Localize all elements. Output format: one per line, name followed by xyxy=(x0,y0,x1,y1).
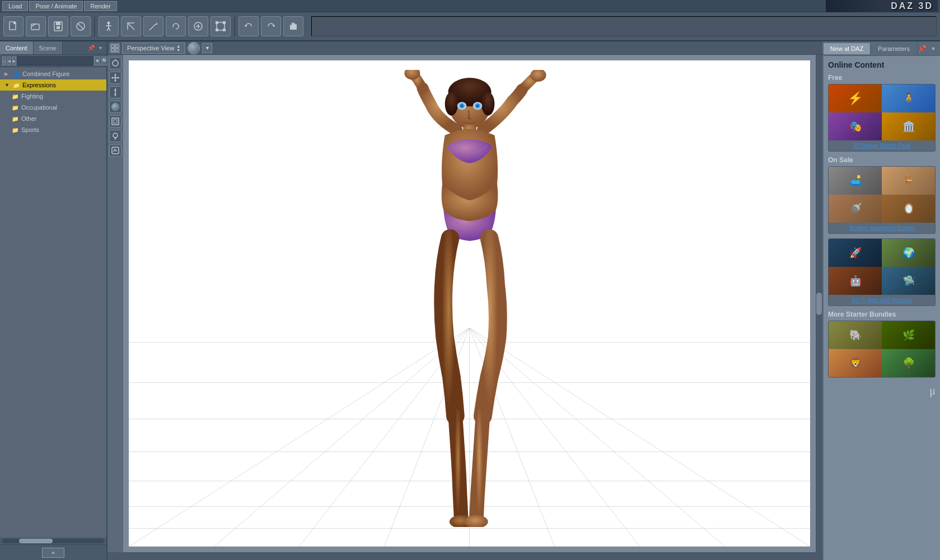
svg-rect-42 xyxy=(112,118,119,125)
svg-rect-3 xyxy=(56,22,60,25)
hand-button[interactable] xyxy=(283,16,303,36)
transform-button[interactable] xyxy=(211,16,231,36)
viewport-scrollbar[interactable] xyxy=(816,55,822,552)
viewport-grid-button[interactable] xyxy=(110,43,120,53)
svg-rect-26 xyxy=(290,27,297,30)
rotate-button[interactable] xyxy=(166,16,186,36)
tree-item-other[interactable]: 📁 Other xyxy=(0,113,106,124)
svg-rect-21 xyxy=(223,29,226,31)
svg-line-11 xyxy=(109,28,110,31)
draw-button[interactable] xyxy=(143,16,163,36)
arrow-button[interactable] xyxy=(121,16,141,36)
card-scifi-title[interactable]: Sci Fi Sets and Vehicles xyxy=(829,295,935,305)
tree-label-other: Other xyxy=(21,115,37,122)
tab-new-at-daz[interactable]: New at DAZ xyxy=(824,43,871,54)
menu-bar: Load Pose / Animate Render DAZ 3D xyxy=(0,0,940,12)
card-thumb-2: 🧍 xyxy=(882,84,935,112)
right-panel: New at DAZ Parameters 📌 ▾ Online Content… xyxy=(822,41,940,560)
tree-icon-sports: 📁 xyxy=(11,126,19,134)
tab-parameters[interactable]: Parameters xyxy=(871,43,918,54)
tree-item-fighting[interactable]: 📁 Fighting xyxy=(0,91,106,102)
content-tree: ▶ 👤 Combined Figure ▼ 📁 Expressions 📁 Fi… xyxy=(0,67,106,538)
tree-label-sports: Sports xyxy=(21,126,39,133)
svg-rect-18 xyxy=(216,21,218,24)
tree-label-occupational: Occupational xyxy=(21,104,57,111)
vp-tool-rotate[interactable] xyxy=(109,57,121,69)
tree-item-occupational[interactable]: 📁 Occupational xyxy=(0,102,106,113)
main-area: Content Scene 📌 ▾ ⌂ ◂ ▸ ▼ 🔍 ▶ 👤 Combined… xyxy=(0,41,940,560)
menu-pose-animate[interactable]: Pose / Animate xyxy=(29,1,83,11)
undo-button[interactable] xyxy=(238,16,259,36)
vp-tool-sphere-display[interactable] xyxy=(109,101,121,113)
figure-button[interactable] xyxy=(99,16,119,36)
panel-search-input[interactable] xyxy=(17,57,93,65)
viewport-area: Perspective View ▲ ▼ ▾ xyxy=(107,41,822,560)
card-bundle-thumb-1: 🐘 xyxy=(829,321,882,349)
svg-marker-36 xyxy=(114,80,116,82)
tree-arrow-expressions: ▼ xyxy=(4,82,10,88)
card-bridge-title[interactable]: 3D Bridge Starter Pack xyxy=(829,140,935,151)
vp-tool-frame[interactable] xyxy=(109,115,121,128)
viewport-sphere-button[interactable] xyxy=(188,42,200,54)
panel-scrollbar[interactable] xyxy=(2,539,104,543)
vp-tool-zoom[interactable] xyxy=(109,86,121,98)
tab-content[interactable]: Content xyxy=(0,41,34,54)
tab-scene[interactable]: Scene xyxy=(34,41,63,54)
tree-icon-occupational: 📁 xyxy=(11,103,19,111)
card-sci-fi[interactable]: 🚀 🌍 🤖 🛸 Sci Fi Sets and Vehicles xyxy=(828,238,936,306)
card-bridge-starter[interactable]: ⚡ 🧍 🎭 🏛️ 3D Bridge Starter Pack xyxy=(828,84,936,152)
svg-marker-38 xyxy=(118,77,119,79)
card-apartment-title[interactable]: Modern Apartment Bundle xyxy=(829,223,935,233)
new-button[interactable] xyxy=(3,16,24,36)
tree-item-sports[interactable]: 📁 Sports xyxy=(0,124,106,135)
3d-canvas[interactable] xyxy=(123,55,816,552)
menu-render[interactable]: Render xyxy=(84,1,116,11)
toolbar-sep-1 xyxy=(94,16,95,36)
vp-tool-lights[interactable] xyxy=(109,130,121,142)
tree-item-combined-figure[interactable]: ▶ 👤 Combined Figure xyxy=(0,68,106,79)
tree-icon-other: 📁 xyxy=(11,115,19,123)
main-toolbar xyxy=(0,12,940,41)
viewport-left-tools xyxy=(107,55,123,552)
add-toolbar-button[interactable] xyxy=(188,16,208,36)
svg-line-6 xyxy=(78,23,83,29)
card-scifi-thumb-3: 🤖 xyxy=(829,267,882,295)
card-modern-apartment[interactable]: 🛋️ 🪑 🚿 🪞 Modern Apartment Bundle xyxy=(828,166,936,234)
vp-tool-render[interactable] xyxy=(109,144,121,157)
panel-tool-forward[interactable]: ▸ xyxy=(12,57,16,65)
svg-rect-28 xyxy=(115,45,118,48)
viewport-tab-arrows: ▲ ▼ xyxy=(176,44,180,52)
card-apt-thumb-3: 🚿 xyxy=(829,195,882,223)
panel-tool-home[interactable]: ⌂ xyxy=(2,57,6,65)
no-button[interactable] xyxy=(71,16,91,36)
tab-pin-icon[interactable]: 📌 xyxy=(87,44,95,52)
panel-tool-filter[interactable]: ▼ xyxy=(94,57,100,65)
panel-add-button[interactable]: + xyxy=(42,548,64,558)
panel-tab-icons: 📌 ▾ xyxy=(87,41,106,54)
viewport-nav-button[interactable]: ▾ xyxy=(202,43,212,53)
svg-point-44 xyxy=(113,133,118,138)
tab-menu-icon[interactable]: ▾ xyxy=(96,44,104,52)
open-button[interactable] xyxy=(26,16,46,36)
menu-load[interactable]: Load xyxy=(2,1,28,11)
tree-item-expressions[interactable]: ▼ 📁 Expressions xyxy=(0,79,106,91)
viewport-scroll-thumb[interactable] xyxy=(816,293,822,315)
3d-figure-svg xyxy=(383,70,556,527)
tree-label-combined: Combined Figure xyxy=(22,70,69,77)
svg-point-79 xyxy=(476,105,479,107)
svg-rect-19 xyxy=(223,21,226,24)
panel-tool-back[interactable]: ◂ xyxy=(7,57,11,65)
viewport-tab[interactable]: Perspective View ▲ ▼ xyxy=(122,43,185,54)
card-starter-bundles[interactable]: 🐘 🌿 🦁 🌳 xyxy=(828,321,936,378)
panel-scroll-thumb[interactable] xyxy=(19,539,53,543)
card-thumb-4: 🏛️ xyxy=(882,112,935,140)
card-apartment-image: 🛋️ 🪑 🚿 🪞 xyxy=(829,167,935,223)
right-tab-menu-icon[interactable]: ▾ xyxy=(929,44,938,53)
redo-button[interactable] xyxy=(261,16,281,36)
vp-tool-pan[interactable] xyxy=(109,72,121,84)
card-bundle-thumb-4: 🌳 xyxy=(882,349,935,377)
save-button[interactable] xyxy=(48,16,68,36)
card-scifi-thumb-4: 🛸 xyxy=(882,267,935,295)
svg-rect-27 xyxy=(111,45,114,48)
right-tab-pin-icon[interactable]: 📌 xyxy=(918,44,927,53)
